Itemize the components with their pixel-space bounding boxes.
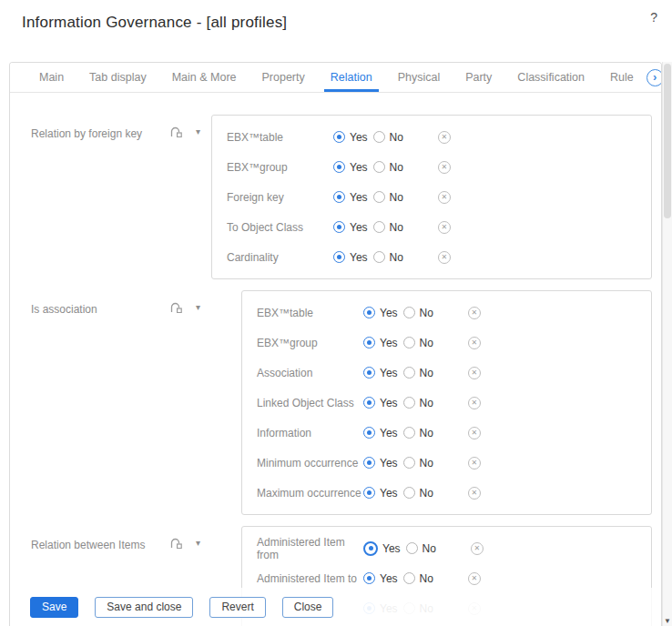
radio-no[interactable] xyxy=(373,191,385,203)
clear-icon[interactable]: ✕ xyxy=(438,131,451,144)
radio-no[interactable] xyxy=(373,131,385,143)
radio-option-yes[interactable]: Yes xyxy=(333,161,368,174)
clear-icon[interactable]: ✕ xyxy=(468,572,481,585)
chevron-down-icon[interactable]: ▾ xyxy=(196,127,200,136)
tab-main-more[interactable]: Main & More xyxy=(159,63,249,92)
radio-no[interactable] xyxy=(403,337,415,348)
radio-yes[interactable] xyxy=(333,251,345,263)
radio-yes[interactable] xyxy=(363,367,375,379)
radio-no[interactable] xyxy=(403,572,415,584)
radio-option-yes[interactable]: Yes xyxy=(363,397,398,409)
radio-option-yes[interactable]: Yes xyxy=(333,191,368,204)
save-button[interactable]: Save xyxy=(30,597,78,618)
clear-icon[interactable]: ✕ xyxy=(438,161,451,174)
chevron-down-icon[interactable]: ▾ xyxy=(196,303,200,312)
scroll-down-icon[interactable]: ▼ xyxy=(663,617,672,625)
radio-no[interactable] xyxy=(403,367,415,379)
radio-option-no[interactable]: No xyxy=(373,131,403,144)
radio-option-yes[interactable]: Yes xyxy=(333,221,368,234)
radio-option-no[interactable]: No xyxy=(373,191,403,204)
radio-option-no[interactable]: No xyxy=(403,307,433,319)
radio-label-no: No xyxy=(390,191,403,204)
radio-option-yes[interactable]: Yes xyxy=(363,427,398,439)
radio-option-no[interactable]: No xyxy=(403,427,433,439)
radio-option-yes[interactable]: Yes xyxy=(333,131,368,144)
radio-option-yes[interactable]: Yes xyxy=(363,541,401,556)
radio-no[interactable] xyxy=(403,397,415,409)
tab-relation[interactable]: Relation xyxy=(318,63,385,92)
tab-physical[interactable]: Physical xyxy=(385,63,453,92)
radio-option-no[interactable]: No xyxy=(373,251,403,264)
close-button[interactable]: Close xyxy=(282,597,334,618)
radio-yes[interactable] xyxy=(363,397,375,409)
radio-yes[interactable] xyxy=(363,457,375,469)
clear-icon[interactable]: ✕ xyxy=(468,337,481,349)
help-icon[interactable]: ? xyxy=(650,10,657,25)
radio-no[interactable] xyxy=(403,487,415,499)
scrollbar-thumb[interactable] xyxy=(664,64,671,218)
radio-option-no[interactable]: No xyxy=(373,161,403,174)
radio-option-no[interactable]: No xyxy=(403,367,433,379)
clear-icon[interactable]: ✕ xyxy=(438,191,451,204)
row-label: Minimum occurrence xyxy=(257,457,363,470)
radio-yes[interactable] xyxy=(363,572,375,584)
radio-no[interactable] xyxy=(406,542,418,554)
radio-no[interactable] xyxy=(403,457,415,469)
clear-icon[interactable]: ✕ xyxy=(468,427,481,439)
clear-icon[interactable]: ✕ xyxy=(468,457,481,470)
save-and-close-button[interactable]: Save and close xyxy=(95,597,193,618)
clear-icon[interactable]: ✕ xyxy=(468,307,481,319)
radio-yes[interactable] xyxy=(333,131,345,143)
radio-option-no[interactable]: No xyxy=(403,337,433,349)
radio-option-yes[interactable]: Yes xyxy=(363,337,398,349)
tab-main[interactable]: Main xyxy=(26,63,76,92)
clear-icon[interactable]: ✕ xyxy=(468,397,481,409)
radio-yes[interactable] xyxy=(333,221,345,233)
clear-icon[interactable]: ✕ xyxy=(438,251,451,264)
radio-option-no[interactable]: No xyxy=(403,457,433,470)
radio-yes[interactable] xyxy=(363,487,375,499)
vertical-scrollbar[interactable]: ▼ xyxy=(662,62,672,626)
revert-button[interactable]: Revert xyxy=(209,597,265,618)
clear-icon[interactable]: ✕ xyxy=(438,221,451,234)
tab-property[interactable]: Property xyxy=(249,63,318,92)
radio-no[interactable] xyxy=(373,221,385,233)
radio-option-yes[interactable]: Yes xyxy=(363,457,398,470)
tab-tab-display[interactable]: Tab display xyxy=(76,63,159,92)
radio-yes[interactable] xyxy=(363,541,378,556)
radio-yes[interactable] xyxy=(363,427,375,439)
radio-no[interactable] xyxy=(403,427,415,439)
radio-no[interactable] xyxy=(373,251,385,263)
radio-yes[interactable] xyxy=(333,161,345,173)
inheritance-icon[interactable] xyxy=(170,302,182,313)
tab-party[interactable]: Party xyxy=(453,63,504,92)
radio-label-yes: Yes xyxy=(350,161,368,174)
radio-no[interactable] xyxy=(403,307,415,318)
clear-icon[interactable]: ✕ xyxy=(468,487,481,500)
radio-option-yes[interactable]: Yes xyxy=(363,487,398,500)
radio-option-yes[interactable]: Yes xyxy=(363,572,398,585)
radio-option-no[interactable]: No xyxy=(403,487,433,500)
clear-icon[interactable]: ✕ xyxy=(471,542,484,555)
inheritance-icon[interactable] xyxy=(170,126,182,137)
row-label: Cardinality xyxy=(227,251,333,264)
radio-label-yes: Yes xyxy=(380,427,398,439)
tab-classification[interactable]: Classification xyxy=(504,63,597,92)
radio-yes[interactable] xyxy=(363,337,375,348)
inheritance-icon[interactable] xyxy=(170,538,182,549)
section-icons: ▾ xyxy=(170,538,200,549)
radio-option-yes[interactable]: Yes xyxy=(333,251,368,264)
chevron-down-icon[interactable]: ▾ xyxy=(196,539,200,548)
radio-option-no[interactable]: No xyxy=(403,572,433,585)
tab-rule[interactable]: Rule xyxy=(597,63,647,92)
clear-icon[interactable]: ✕ xyxy=(468,367,481,379)
radio-no[interactable] xyxy=(373,161,385,173)
radio-option-no[interactable]: No xyxy=(373,221,403,234)
radio-option-no[interactable]: No xyxy=(403,397,433,409)
radio-yes[interactable] xyxy=(363,307,375,318)
radio-option-yes[interactable]: Yes xyxy=(363,367,398,379)
radio-option-no[interactable]: No xyxy=(406,542,436,555)
radio-yes[interactable] xyxy=(333,191,345,203)
next-tabs-icon[interactable]: › xyxy=(647,69,662,86)
radio-option-yes[interactable]: Yes xyxy=(363,307,398,319)
